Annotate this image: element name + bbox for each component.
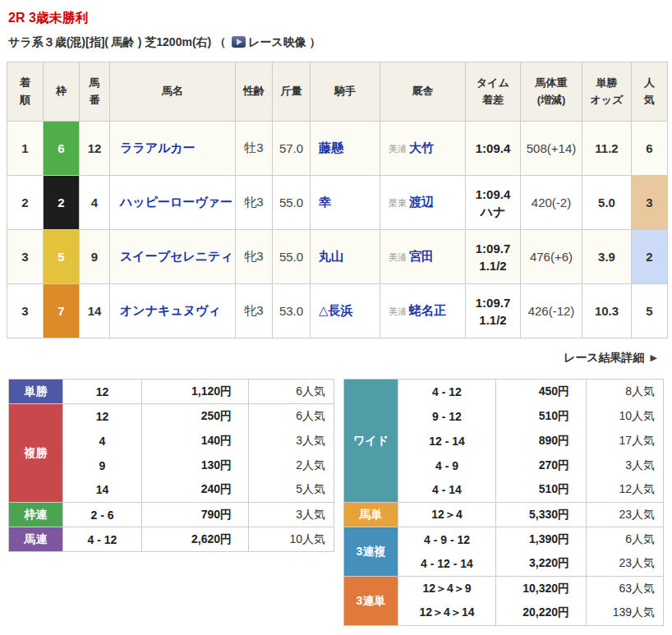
- bet-type-quinella: 馬連: [9, 527, 63, 552]
- race-detail-label: レース結果詳細: [564, 351, 645, 364]
- race-detail-row: レース結果詳細▶: [7, 351, 657, 366]
- carried-weight: 55.0: [273, 176, 311, 230]
- horse-weight: 508(+14): [521, 122, 582, 176]
- payout-popularity: 23人気: [587, 552, 664, 577]
- payout-amount: 20,220円: [496, 601, 587, 626]
- col-finish-position: 着 順: [7, 62, 44, 122]
- popularity: 3: [632, 176, 668, 230]
- payout-amount: 5,330円: [496, 503, 587, 527]
- bet-type-trio: 3連複: [344, 527, 398, 577]
- payout-popularity: 10人気: [249, 527, 334, 552]
- time-margin: 1:09.7 1.1/2: [466, 284, 521, 338]
- jockey-link[interactable]: 幸: [319, 195, 331, 209]
- stable-cell: 美浦大竹: [380, 122, 466, 176]
- results-header-row: 着 順 枠 馬 番 馬名 性齢 斤量 騎手 厩舎 タイム 着差 馬体重 (増減)…: [7, 62, 668, 122]
- payout-table-left: 単勝 12 1,120円 6人気 複勝 12 250円 6人気 4 140円 3…: [8, 379, 334, 552]
- payout-amount: 790円: [142, 503, 249, 527]
- jockey-link[interactable]: △長浜: [319, 303, 353, 317]
- combination: 2 - 6: [63, 503, 142, 527]
- paren-close: ）: [306, 35, 321, 48]
- payout-popularity: 23人気: [587, 503, 664, 527]
- payout-table-right: ワイド 4 - 12 450円 8人気 9 - 12 510円 10人気 12 …: [343, 379, 664, 626]
- finish-position: 3: [7, 284, 44, 338]
- finish-position: 3: [7, 230, 44, 284]
- horse-number: 14: [80, 284, 110, 338]
- horse-weight: 420(-2): [521, 176, 582, 230]
- trainer-link[interactable]: 蛯名正: [409, 303, 446, 317]
- payout-amount: 1,390円: [496, 527, 587, 552]
- combination: 12 - 14: [398, 429, 496, 453]
- combination: 12＞4＞14: [398, 601, 496, 626]
- combination: 4 - 9 - 12: [398, 527, 496, 552]
- payout-row: 複勝 12 250円 6人気: [9, 404, 334, 429]
- payout-amount: 270円: [496, 453, 587, 478]
- col-horse-weight: 馬体重 (増減): [521, 62, 582, 122]
- horse-name-link[interactable]: ララアルカー: [120, 140, 196, 154]
- payout-popularity: 5人気: [249, 478, 334, 503]
- popularity: 6: [632, 122, 668, 176]
- time-margin: 1:09.4 ハナ: [466, 176, 521, 230]
- combination: 4 - 9: [398, 453, 496, 478]
- combination: 4 - 12: [63, 527, 142, 552]
- payout-section: 単勝 12 1,120円 6人気 複勝 12 250円 6人気 4 140円 3…: [7, 379, 665, 626]
- col-win-odds: 単勝 オッズ: [582, 62, 632, 122]
- payout-popularity: 6人気: [249, 404, 334, 429]
- popularity: 5: [632, 284, 668, 338]
- payout-popularity: 17人気: [587, 429, 664, 453]
- frame-number: 5: [44, 230, 80, 284]
- table-row: 3 5 9 スイープセレニティ 牝3 55.0 丸山 美浦宮田 1:09.7 1…: [7, 230, 668, 284]
- payout-amount: 890円: [496, 429, 587, 453]
- stable-area: 美浦: [389, 144, 407, 154]
- payout-popularity: 63人気: [587, 577, 664, 601]
- bet-type-wide: ワイド: [344, 380, 398, 503]
- payout-popularity: 6人気: [249, 380, 334, 404]
- stable-cell: 美浦蛯名正: [380, 284, 466, 338]
- col-sex-age: 性齢: [236, 62, 273, 122]
- frame-number: 7: [44, 284, 80, 338]
- jockey-link[interactable]: 藤懸: [319, 140, 343, 154]
- bet-type-exacta: 馬単: [344, 503, 398, 527]
- race-results-table: 着 順 枠 馬 番 馬名 性齢 斤量 騎手 厩舎 タイム 着差 馬体重 (増減)…: [7, 62, 668, 338]
- bet-type-trifecta: 3連単: [344, 577, 398, 626]
- race-conditions: サラ系３歳(混)[指]( 馬齢 ) 芝1200m(右) （ レース映像 ）: [8, 35, 665, 50]
- combination: 4: [63, 429, 142, 453]
- payout-popularity: 10人気: [587, 404, 664, 429]
- horse-name-link[interactable]: スイープセレニティ: [120, 249, 233, 263]
- sex-age: 牝3: [236, 230, 273, 284]
- combination: 14: [63, 478, 142, 503]
- col-horse-number: 馬 番: [80, 62, 110, 122]
- trainer-link[interactable]: 渡辺: [409, 195, 434, 209]
- payout-amount: 250円: [142, 404, 249, 429]
- race-video-link[interactable]: レース映像: [248, 35, 306, 48]
- win-odds: 10.3: [582, 284, 632, 338]
- horse-number: 4: [80, 176, 110, 230]
- table-row: 2 2 4 ハッピーローヴァー 牝3 55.0 幸 栗東渡辺 1:09.4 ハナ…: [7, 176, 668, 230]
- payout-amount: 130円: [142, 453, 249, 478]
- jockey-link[interactable]: 丸山: [319, 249, 343, 263]
- bet-type-win: 単勝: [9, 380, 63, 404]
- bet-type-bracket-quinella: 枠連: [9, 503, 63, 527]
- payout-amount: 3,220円: [496, 552, 587, 577]
- popularity: 2: [632, 230, 668, 284]
- col-frame: 枠: [44, 62, 80, 122]
- sex-age: 牝3: [236, 284, 273, 338]
- horse-name-link[interactable]: ハッピーローヴァー: [120, 195, 232, 209]
- stable-area: 美浦: [389, 252, 407, 262]
- payout-row: 枠連 2 - 6 790円 3人気: [9, 503, 334, 527]
- trainer-link[interactable]: 大竹: [409, 140, 434, 154]
- time-margin: 1:09.7 1.1/2: [466, 230, 521, 284]
- table-row: 1 6 12 ララアルカー 牡3 57.0 藤懸 美浦大竹 1:09.4 508…: [7, 122, 668, 176]
- paren-open: （: [214, 35, 229, 48]
- stable-area: 栗東: [389, 198, 407, 208]
- payout-popularity: 2人気: [249, 453, 334, 478]
- payout-row: 馬単 12＞4 5,330円 23人気: [344, 503, 664, 527]
- finish-position: 2: [7, 176, 44, 230]
- finish-position: 1: [7, 122, 44, 176]
- payout-amount: 510円: [496, 478, 587, 503]
- trainer-link[interactable]: 宮田: [409, 249, 434, 263]
- combination: 12＞4: [398, 503, 496, 527]
- payout-amount: 450円: [496, 380, 587, 404]
- race-detail-link[interactable]: レース結果詳細▶: [564, 351, 657, 364]
- arrow-right-icon: ▶: [651, 352, 657, 362]
- horse-name-link[interactable]: オンナキュヌヴィ: [120, 303, 221, 317]
